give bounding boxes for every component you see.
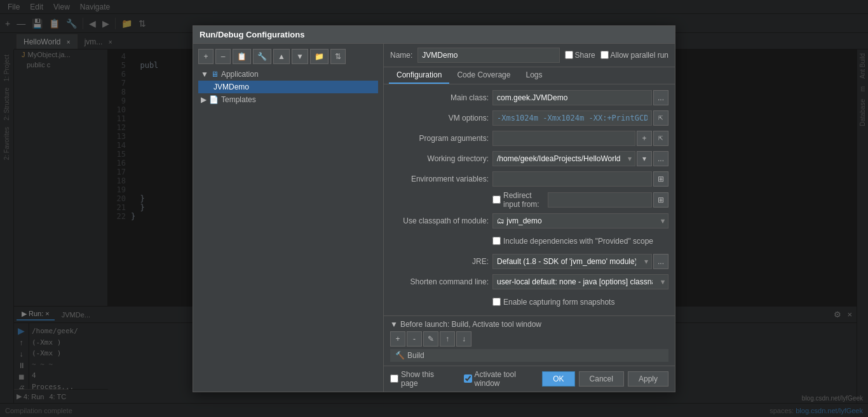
name-label: Name: (390, 51, 412, 60)
before-launch-edit-btn[interactable]: ✎ (423, 331, 438, 347)
main-class-row: Main class: ... (390, 89, 668, 106)
jre-label: JRE: (390, 257, 489, 266)
tab-configuration[interactable]: Configuration (389, 67, 449, 84)
shorten-cmd-select[interactable]: user-local default: none - java [options… (492, 274, 668, 289)
templates-expand-icon: ▶ (201, 95, 207, 104)
config-application-item[interactable]: ▼ 🖥 Application (198, 68, 378, 81)
tab-code-coverage[interactable]: Code Coverage (449, 67, 518, 84)
working-dir-browse-btn[interactable]: ... (653, 151, 668, 166)
env-vars-input[interactable] (492, 171, 652, 187)
cancel-btn[interactable]: Cancel (579, 371, 624, 387)
show-page-checkbox[interactable] (390, 374, 398, 383)
config-name-options: Share Allow parallel run (565, 51, 668, 60)
redirect-input-row: Redirect input from: ⊞ (390, 191, 668, 209)
redirect-input-checkbox[interactable] (492, 195, 501, 204)
config-tree: ▼ 🖥 Application JVMDemo ▶ 📄 Templates (198, 68, 378, 106)
env-vars-row: Environment variables: ⊞ (390, 171, 668, 187)
config-name-input[interactable]: JVMDemo (417, 48, 559, 63)
jvmdemo-tree-label: JVMDemo (214, 83, 249, 91)
include-deps-check-label[interactable]: Include dependencies with "Provided" sco… (492, 237, 653, 246)
config-copy-btn[interactable]: 📋 (233, 49, 251, 64)
env-vars-label: Environment variables: (390, 175, 489, 183)
working-dir-dropdown-btn[interactable]: ▾ (637, 151, 652, 166)
activate-tool-checkbox[interactable] (464, 374, 472, 383)
activate-tool-check-label[interactable]: Activate tool window (464, 370, 543, 388)
share-checkbox[interactable] (565, 51, 573, 59)
main-class-browse-btn[interactable]: ... (653, 90, 668, 105)
jre-select[interactable]: Default (1.8 - SDK of 'jvm_demo' module) (492, 254, 652, 269)
vm-options-row: VM options: ⇱ (390, 110, 668, 126)
main-class-label: Main class: (390, 93, 489, 102)
run-debug-dialog: Run/Debug Configurations + – 📋 🔧 ▲ ▼ 📁 ⇅ (193, 25, 675, 392)
enable-snapshots-row: Enable capturing form snapshots (390, 294, 668, 310)
program-args-label: Program arguments: (390, 134, 489, 143)
config-folder-btn[interactable]: 📁 (310, 49, 329, 64)
enable-snapshots-check-label[interactable]: Enable capturing form snapshots (492, 298, 614, 307)
dialog-tabs: Configuration Code Coverage Logs (384, 67, 675, 84)
parallel-checkbox[interactable] (600, 51, 609, 59)
show-page-text: Show this page (401, 370, 452, 388)
vm-options-expand-btn[interactable]: ⇱ (653, 110, 668, 126)
tab-logs[interactable]: Logs (518, 67, 550, 84)
ok-btn[interactable]: OK (542, 371, 574, 387)
config-arrow-down-btn[interactable]: ▼ (292, 49, 308, 64)
before-launch-build-item[interactable]: 🔨 Build (390, 349, 668, 362)
vm-options-label: VM options: (390, 114, 489, 122)
parallel-label-text: Allow parallel run (611, 51, 668, 60)
templates-label: Templates (221, 95, 256, 104)
app-icon: 🖥 (211, 70, 219, 79)
before-launch-section: ▼ Before launch: Build, Activate tool wi… (384, 315, 675, 366)
program-args-input[interactable] (492, 131, 635, 146)
build-label: Build (407, 351, 424, 360)
config-add-btn[interactable]: + (198, 49, 214, 64)
include-deps-checkbox[interactable] (492, 237, 501, 245)
apply-btn[interactable]: Apply (628, 371, 668, 387)
activate-tool-text: Activate tool window (475, 370, 543, 388)
config-templates-item[interactable]: ▶ 📄 Templates (198, 93, 378, 106)
env-vars-browse-btn[interactable]: ⊞ (653, 171, 668, 187)
footer-right: OK Cancel Apply (542, 371, 668, 387)
include-deps-text: Include dependencies with "Provided" sco… (503, 237, 653, 246)
before-launch-down-btn[interactable]: ↓ (456, 331, 471, 347)
dialog-overlay: Run/Debug Configurations + – 📋 🔧 ▲ ▼ 📁 ⇅ (0, 0, 868, 417)
templates-icon: 📄 (209, 95, 219, 104)
application-label: Application (221, 70, 259, 79)
enable-snapshots-checkbox[interactable] (492, 298, 501, 306)
before-launch-up-btn[interactable]: ↑ (440, 331, 455, 347)
working-dir-label: Working directory: (390, 154, 489, 163)
before-launch-expand-icon[interactable]: ▼ (390, 320, 398, 329)
expand-icon: ▼ (201, 70, 208, 79)
before-launch-add-btn[interactable]: + (390, 331, 405, 347)
config-sort-btn[interactable]: ⇅ (330, 49, 346, 64)
dialog-right-panel: Name: JVMDemo Share Allow parallel run (384, 44, 675, 392)
before-launch-remove-btn[interactable]: - (407, 331, 422, 347)
program-args-row: Program arguments: + ⇱ (390, 130, 668, 147)
before-launch-toolbar: + - ✎ ↑ ↓ (390, 331, 668, 347)
classpath-row: Use classpath of module: 🗂 jvm_demo ▾ (390, 213, 668, 229)
working-dir-input[interactable] (492, 151, 635, 166)
jre-browse-btn[interactable]: ... (653, 254, 668, 269)
build-icon: 🔨 (395, 351, 405, 360)
config-header: Name: JVMDemo Share Allow parallel run (384, 44, 675, 67)
program-args-add-btn[interactable]: + (637, 131, 652, 146)
redirect-input-check-label[interactable]: Redirect input from: (492, 191, 540, 209)
config-remove-btn[interactable]: – (215, 49, 231, 64)
enable-snapshots-text: Enable capturing form snapshots (503, 298, 614, 307)
config-settings-btn[interactable]: 🔧 (253, 49, 271, 64)
jre-row: JRE: Default (1.8 - SDK of 'jvm_demo' mo… (390, 253, 668, 270)
config-arrow-up-btn[interactable]: ▲ (273, 49, 290, 64)
classpath-select[interactable]: 🗂 jvm_demo (492, 213, 668, 228)
form-body: Main class: ... VM options: ⇱ (384, 84, 675, 315)
show-page-check-label[interactable]: Show this page (390, 370, 452, 388)
parallel-check-label[interactable]: Allow parallel run (600, 51, 668, 60)
main-class-input[interactable] (492, 90, 652, 105)
before-launch-header: ▼ Before launch: Build, Activate tool wi… (390, 320, 668, 329)
vm-options-input[interactable] (492, 110, 652, 126)
share-check-label[interactable]: Share (565, 51, 595, 60)
config-jvmdemo-item[interactable]: JVMDemo (198, 81, 378, 93)
redirect-browse-btn[interactable]: ⊞ (653, 192, 668, 208)
shorten-cmd-row: Shorten command line: user-local default… (390, 274, 668, 290)
program-args-expand-btn[interactable]: ⇱ (653, 131, 668, 146)
redirect-input-field[interactable] (548, 192, 652, 208)
include-deps-row: Include dependencies with "Provided" sco… (390, 233, 668, 249)
